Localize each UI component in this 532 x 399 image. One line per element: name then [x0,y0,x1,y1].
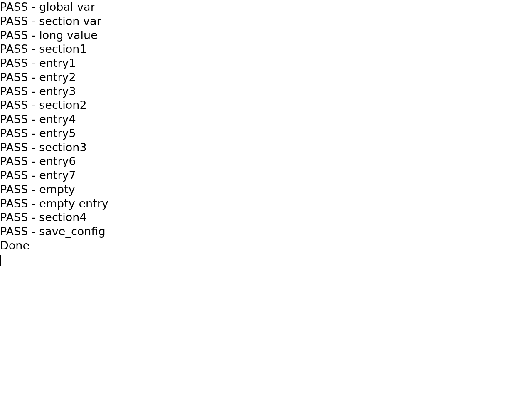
output-line: PASS - global var [0,0,532,14]
text-cursor [0,255,1,266]
output-line: PASS - save_config [0,224,532,239]
output-line: PASS - section4 [0,210,532,224]
output-line: PASS - entry5 [0,126,532,140]
output-line: PASS - entry4 [0,112,532,126]
output-line: PASS - section2 [0,98,532,112]
output-line: Done [0,239,532,253]
output-line: PASS - entry6 [0,154,532,168]
terminal-output: PASS - global var PASS - section var PAS… [0,0,532,266]
output-line: PASS - section var [0,14,532,28]
output-line: PASS - section1 [0,42,532,56]
output-line: PASS - empty entry [0,197,532,211]
output-line: PASS - empty [0,182,532,197]
output-line: PASS - long value [0,28,532,42]
output-line: PASS - entry7 [0,168,532,182]
cursor-line [0,253,532,267]
output-line: PASS - entry2 [0,70,532,84]
output-line: PASS - entry3 [0,84,532,99]
output-line: PASS - section3 [0,140,532,155]
output-line: PASS - entry1 [0,56,532,70]
